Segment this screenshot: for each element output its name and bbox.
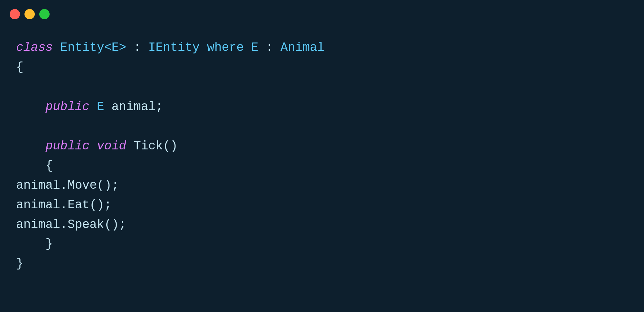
title-bar <box>0 0 644 28</box>
field-animal: animal; <box>111 97 163 117</box>
type-e: E <box>97 97 104 117</box>
close-brace-class: } <box>16 254 24 274</box>
minimize-button[interactable] <box>24 9 35 19</box>
code-line-6: animal.Move(); <box>16 176 628 195</box>
close-brace-method: } <box>16 234 53 254</box>
space-method <box>126 137 134 156</box>
constraint-animal: Animal <box>280 38 325 58</box>
colon-constraint: : <box>259 38 280 58</box>
code-editor: class Entity<E> : IEntity where E : Anim… <box>0 28 644 283</box>
call-eat: animal.Eat(); <box>16 195 111 215</box>
keyword-where: where <box>207 38 244 58</box>
call-move: animal.Move(); <box>16 176 119 195</box>
space-typeparam <box>244 38 251 58</box>
space-type <box>90 97 97 117</box>
code-line-1: class Entity<E> : IEntity where E : Anim… <box>16 38 628 58</box>
code-line-7: animal.Eat(); <box>16 195 628 215</box>
keyword-void: void <box>97 137 126 156</box>
code-line-8: animal.Speak(); <box>16 215 628 235</box>
blank-line-1 <box>16 77 628 97</box>
type-param-e: E <box>251 38 259 58</box>
maximize-button[interactable] <box>39 9 50 19</box>
code-line-10: } <box>16 254 628 274</box>
code-line-3: public E animal; <box>16 97 628 117</box>
keyword-public-1: public <box>45 97 90 117</box>
code-line-5: { <box>16 156 628 176</box>
space-where <box>200 38 207 58</box>
space-1 <box>53 38 60 58</box>
method-tick: Tick() <box>134 137 178 156</box>
open-brace-method: { <box>16 156 53 176</box>
blank-line-2 <box>16 117 628 137</box>
class-name: Entity<E> <box>60 38 126 58</box>
open-brace-class: { <box>16 58 24 77</box>
call-speak: animal.Speak(); <box>16 215 126 235</box>
keyword-public-2: public <box>45 137 90 156</box>
space-field <box>104 97 112 117</box>
indent-1 <box>16 97 45 117</box>
interface-name: IEntity <box>148 38 200 58</box>
space-void <box>90 137 97 156</box>
code-line-9: } <box>16 234 628 254</box>
colon-iface: : <box>126 38 148 58</box>
code-line-4: public void Tick() <box>16 137 628 156</box>
close-button[interactable] <box>10 9 20 19</box>
code-line-2: { <box>16 58 628 77</box>
indent-2 <box>16 137 45 156</box>
keyword-class: class <box>16 38 53 58</box>
window: class Entity<E> : IEntity where E : Anim… <box>0 0 644 312</box>
